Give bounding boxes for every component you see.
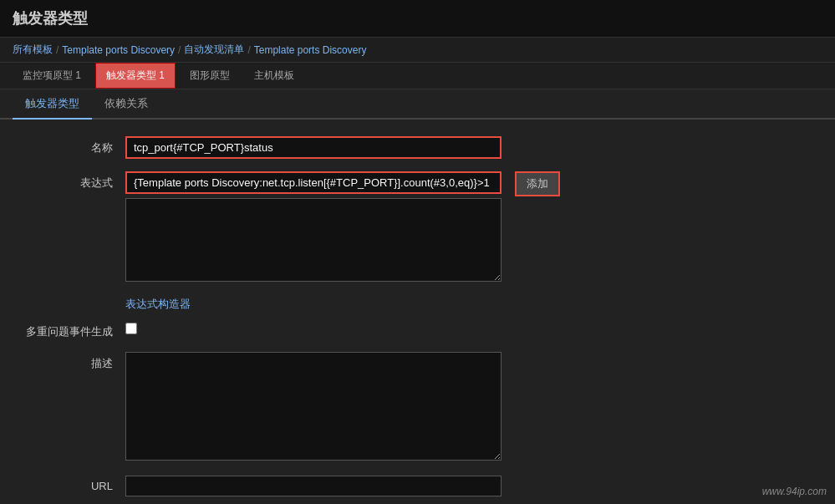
description-label: 描述: [25, 352, 125, 371]
add-button[interactable]: 添加: [515, 171, 560, 196]
tab-trigger[interactable]: 触发器类型 1: [95, 63, 176, 89]
expression-control: 添加: [125, 171, 810, 284]
name-input[interactable]: [125, 136, 502, 159]
name-row: 名称: [25, 136, 810, 159]
sub-tabs: 触发器类型 依赖关系: [0, 89, 835, 120]
breadcrumb-sep1: /: [56, 44, 59, 56]
name-label: 名称: [25, 136, 125, 155]
page-header: 触发器类型: [0, 0, 835, 38]
sub-tab-dependencies[interactable]: 依赖关系: [92, 89, 160, 120]
expr-builder-link[interactable]: 表达式构造器: [125, 298, 191, 310]
expression-row: 表达式 添加: [25, 171, 810, 284]
multi-event-label: 多重问题事件生成: [25, 320, 125, 339]
breadcrumb: 所有模板 / Template ports Discovery / 自动发现清单…: [0, 38, 835, 63]
watermark: www.94ip.com: [762, 486, 827, 497]
name-control: [125, 136, 810, 159]
breadcrumb-all-templates[interactable]: 所有模板: [13, 43, 53, 57]
url-control: [125, 476, 810, 496]
url-label: URL: [25, 476, 125, 492]
tab-graph[interactable]: 图形原型: [180, 64, 240, 88]
description-control: [125, 352, 810, 463]
breadcrumb-template1[interactable]: Template ports Discovery: [62, 44, 175, 56]
multi-event-control: [125, 320, 810, 337]
nav-tabs: 监控项原型 1 触发器类型 1 图形原型 主机模板: [0, 63, 835, 89]
breadcrumb-auto-discover[interactable]: 自动发现清单: [184, 43, 244, 57]
description-textarea[interactable]: [125, 352, 502, 461]
breadcrumb-sep3: /: [247, 44, 250, 56]
description-row: 描述: [25, 352, 810, 463]
url-row: URL: [25, 476, 810, 496]
main-content: 名称 表达式 添加 表达式构造器 多重问题事件生成 描述 UR: [0, 120, 835, 504]
breadcrumb-sep2: /: [178, 44, 181, 56]
sub-tab-trigger-type[interactable]: 触发器类型: [13, 89, 92, 120]
multi-event-checkbox[interactable]: [125, 323, 137, 334]
tab-host[interactable]: 主机模板: [244, 64, 304, 88]
expression-label: 表达式: [25, 171, 125, 191]
page-title: 触发器类型: [13, 8, 822, 28]
breadcrumb-template2[interactable]: Template ports Discovery: [254, 44, 367, 56]
multi-event-row: 多重问题事件生成: [25, 320, 810, 339]
expression-input[interactable]: [125, 171, 502, 194]
expression-textarea[interactable]: [125, 198, 502, 282]
url-input[interactable]: [125, 476, 502, 496]
tab-monitor[interactable]: 监控项原型 1: [13, 64, 91, 88]
expr-builder-row: 表达式构造器: [125, 297, 810, 312]
